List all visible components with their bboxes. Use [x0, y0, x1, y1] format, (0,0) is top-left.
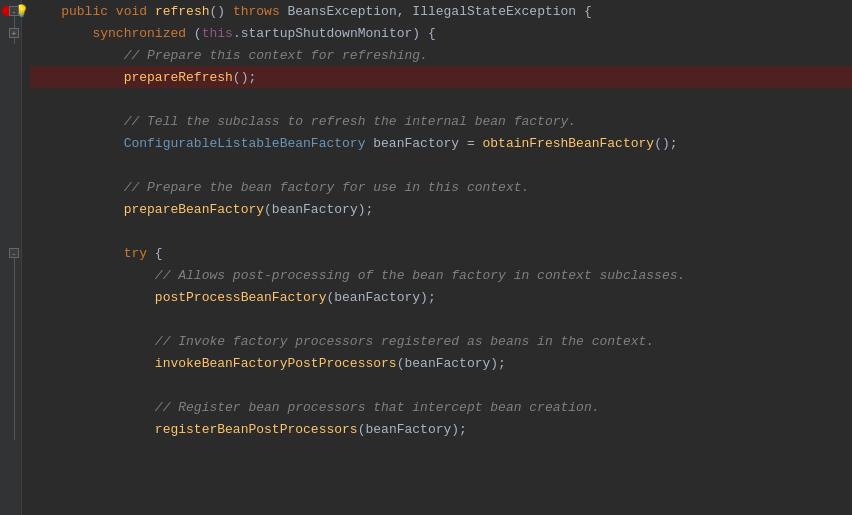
gutter-row — [0, 352, 21, 374]
token: (beanFactory); — [397, 356, 506, 371]
gutter-row — [0, 264, 21, 286]
token: // Tell the subclass to refresh the inte… — [124, 114, 576, 129]
token: { — [147, 246, 163, 261]
token — [30, 422, 155, 437]
gutter-row — [0, 88, 21, 110]
gutter-row — [0, 330, 21, 352]
token: obtainFreshBeanFactory — [483, 136, 655, 151]
token: throws — [233, 4, 280, 19]
code-line: try { — [30, 242, 852, 264]
token: .startupShutdownMonitor) { — [233, 26, 436, 41]
token — [30, 246, 124, 261]
code-line: synchronized (this.startupShutdownMonito… — [30, 22, 852, 44]
gutter-row — [0, 132, 21, 154]
gutter-row — [0, 154, 21, 176]
token — [30, 180, 124, 195]
code-line: // Prepare this context for refreshing. — [30, 44, 852, 66]
token: // Prepare this context for refreshing. — [124, 48, 428, 63]
code-line — [30, 308, 852, 330]
gutter-row — [0, 220, 21, 242]
token: synchronized — [92, 26, 186, 41]
token — [30, 136, 124, 151]
token — [30, 400, 155, 415]
gutter-row — [0, 374, 21, 396]
token — [30, 70, 124, 85]
gutter-row — [0, 198, 21, 220]
code-line — [30, 220, 852, 242]
code-line: // Prepare the bean factory for use in t… — [30, 176, 852, 198]
code-line — [30, 154, 852, 176]
token: { — [584, 4, 592, 19]
token: beanFactory = — [365, 136, 482, 151]
code-line: // Register bean processors that interce… — [30, 396, 852, 418]
token — [30, 290, 155, 305]
code-line: invokeBeanFactoryPostProcessors(beanFact… — [30, 352, 852, 374]
code-line: public void refresh() throws BeansExcept… — [30, 0, 852, 22]
token: (); — [654, 136, 677, 151]
token — [30, 268, 155, 283]
token: refresh — [155, 4, 210, 19]
token: ConfigurableListableBeanFactory — [124, 136, 366, 151]
gutter-row: 💡- — [0, 0, 21, 22]
code-editor: 💡-+- public void refresh() throws BeansE… — [0, 0, 852, 515]
token: // Allows post-processing of the bean fa… — [155, 268, 686, 283]
token — [147, 4, 155, 19]
token: // Invoke factory processors registered … — [155, 334, 654, 349]
editor-gutter: 💡-+- — [0, 0, 22, 515]
code-line: // Invoke factory processors registered … — [30, 330, 852, 352]
token: try — [124, 246, 147, 261]
code-line: prepareBeanFactory(beanFactory); — [30, 198, 852, 220]
code-line: registerBeanPostProcessors(beanFactory); — [30, 418, 852, 440]
fold-open-icon[interactable]: - — [9, 6, 19, 16]
token: (beanFactory); — [264, 202, 373, 217]
token: public — [61, 4, 108, 19]
token: ( — [186, 26, 202, 41]
token — [30, 334, 155, 349]
token: (beanFactory); — [358, 422, 467, 437]
gutter-row — [0, 44, 21, 66]
gutter-row — [0, 66, 21, 88]
token: prepareRefresh — [124, 70, 233, 85]
code-line: // Allows post-processing of the bean fa… — [30, 264, 852, 286]
gutter-row — [0, 396, 21, 418]
code-line: // Tell the subclass to refresh the inte… — [30, 110, 852, 132]
token: invokeBeanFactoryPostProcessors — [155, 356, 397, 371]
code-line: ConfigurableListableBeanFactory beanFact… — [30, 132, 852, 154]
gutter-row — [0, 308, 21, 330]
token: () — [209, 4, 232, 19]
token — [30, 4, 61, 19]
gutter-row: - — [0, 242, 21, 264]
fold-closed-icon[interactable]: + — [9, 28, 19, 38]
code-line — [30, 88, 852, 110]
token: this — [202, 26, 233, 41]
token: BeansException, IllegalStateException — [280, 4, 584, 19]
code-line — [30, 374, 852, 396]
token — [30, 48, 124, 63]
token: postProcessBeanFactory — [155, 290, 327, 305]
token: // Prepare the bean factory for use in t… — [124, 180, 530, 195]
code-line: postProcessBeanFactory(beanFactory); — [30, 286, 852, 308]
token — [30, 114, 124, 129]
gutter-row — [0, 110, 21, 132]
token: (beanFactory); — [326, 290, 435, 305]
token — [30, 356, 155, 371]
token: // Register bean processors that interce… — [155, 400, 600, 415]
token — [30, 202, 124, 217]
gutter-row: + — [0, 22, 21, 44]
token — [30, 26, 92, 41]
gutter-row — [0, 176, 21, 198]
token — [108, 4, 116, 19]
token: (); — [233, 70, 256, 85]
code-line: prepareRefresh(); — [30, 66, 852, 88]
gutter-row — [0, 418, 21, 440]
token: void — [116, 4, 147, 19]
token: registerBeanPostProcessors — [155, 422, 358, 437]
token: prepareBeanFactory — [124, 202, 264, 217]
fold-open-icon[interactable]: - — [9, 248, 19, 258]
code-content: public void refresh() throws BeansExcept… — [22, 0, 852, 515]
gutter-row — [0, 286, 21, 308]
